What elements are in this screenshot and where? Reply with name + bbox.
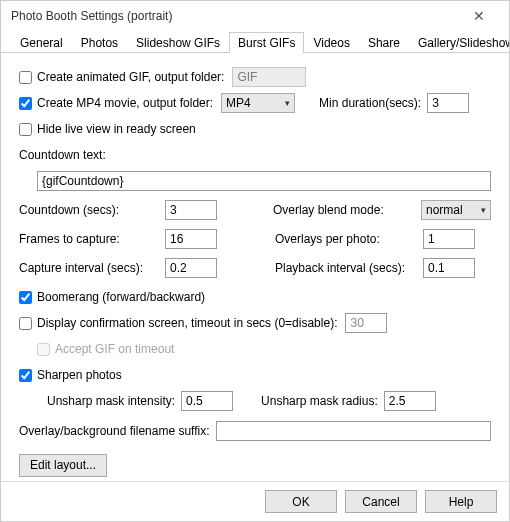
suffix-label: Overlay/background filename suffix: [19,424,210,438]
titlebar: Photo Booth Settings (portrait) ✕ [1,1,509,31]
playback-interval-input[interactable] [423,258,475,278]
frames-label: Frames to capture: [19,232,159,246]
accept-gif-label: Accept GIF on timeout [55,342,174,356]
overlay-blend-value: normal [426,203,463,217]
tab-general[interactable]: General [11,32,72,53]
overlay-blend-label: Overlay blend mode: [273,203,415,217]
countdown-text-input[interactable] [37,171,491,191]
chevron-down-icon: ▾ [285,98,290,108]
create-mp4-checkbox[interactable] [19,97,32,110]
confirm-label: Display confirmation screen, timeout in … [37,316,337,330]
mp4-folder-select[interactable]: MP4 ▾ [221,93,295,113]
create-mp4-label: Create MP4 movie, output folder: [37,96,213,110]
countdown-secs-label: Countdown (secs): [19,203,159,217]
create-gif-checkbox[interactable] [19,71,32,84]
gif-folder-select: GIF ▾ [232,67,306,87]
create-gif-label: Create animated GIF, output folder: [37,70,224,84]
sharpen-checkbox[interactable] [19,369,32,382]
tab-photos[interactable]: Photos [72,32,127,53]
tab-gallery-slideshow[interactable]: Gallery/Slideshow [409,32,510,53]
min-duration-label: Min duration(secs): [319,96,421,110]
unsharp-radius-input[interactable] [384,391,436,411]
tab-videos[interactable]: Videos [304,32,358,53]
frames-input[interactable] [165,229,217,249]
playback-interval-label: Playback interval (secs): [275,261,417,275]
mp4-folder-value: MP4 [226,96,251,110]
confirm-checkbox[interactable] [19,317,32,330]
sharpen-label: Sharpen photos [37,368,122,382]
overlays-per-label: Overlays per photo: [275,232,417,246]
edit-layout-button[interactable]: Edit layout... [19,454,107,477]
unsharp-radius-label: Unsharp mask radius: [261,394,378,408]
unsharp-intensity-label: Unsharp mask intensity: [47,394,175,408]
boomerang-checkbox[interactable] [19,291,32,304]
ok-button[interactable]: OK [265,490,337,513]
accept-gif-checkbox [37,343,50,356]
tab-share[interactable]: Share [359,32,409,53]
overlay-blend-select[interactable]: normal ▾ [421,200,491,220]
tab-strip: General Photos Slideshow GIFs Burst GIFs… [1,31,509,53]
countdown-secs-input[interactable] [165,200,217,220]
gif-folder-value: GIF [237,70,257,84]
unsharp-intensity-input[interactable] [181,391,233,411]
suffix-input[interactable] [216,421,491,441]
close-icon[interactable]: ✕ [459,8,499,24]
tab-burst-gifs[interactable]: Burst GIFs [229,32,304,53]
tab-panel-burst-gifs: Create animated GIF, output folder: GIF … [1,53,509,491]
countdown-text-label: Countdown text: [19,148,106,162]
overlays-per-input[interactable] [423,229,475,249]
dialog-footer: OK Cancel Help [1,481,509,521]
hide-live-label: Hide live view in ready screen [37,122,196,136]
chevron-down-icon: ▾ [481,205,486,215]
capture-interval-input[interactable] [165,258,217,278]
boomerang-label: Boomerang (forward/backward) [37,290,205,304]
confirm-timeout-input [345,313,387,333]
cancel-button[interactable]: Cancel [345,490,417,513]
min-duration-input[interactable] [427,93,469,113]
hide-live-checkbox[interactable] [19,123,32,136]
capture-interval-label: Capture interval (secs): [19,261,159,275]
window-title: Photo Booth Settings (portrait) [11,9,172,23]
tab-slideshow-gifs[interactable]: Slideshow GIFs [127,32,229,53]
help-button[interactable]: Help [425,490,497,513]
